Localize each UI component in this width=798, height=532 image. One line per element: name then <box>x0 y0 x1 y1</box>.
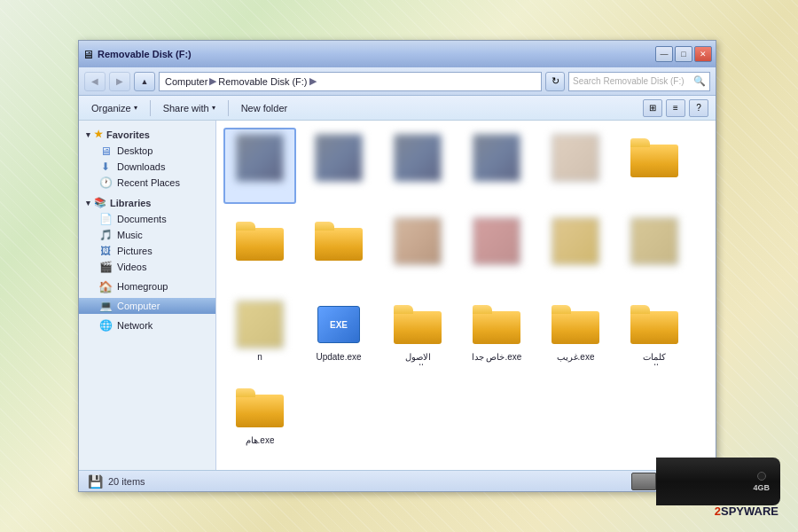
search-placeholder: Search Removable Disk (F:) <box>573 76 685 86</box>
list-item[interactable]: غريب.exe <box>539 294 612 371</box>
list-item[interactable] <box>302 128 375 204</box>
file-icon-6 <box>630 133 679 183</box>
back-button[interactable]: ◀ <box>84 72 106 91</box>
list-item[interactable] <box>618 211 691 287</box>
list-item[interactable]: خاص جدا.exe <box>460 294 533 371</box>
sidebar-item-recent-places[interactable]: 🕐 Recent Places <box>79 175 215 191</box>
file-icon-17 <box>551 300 600 349</box>
new-folder-button[interactable]: New folder <box>236 101 293 115</box>
sidebar-item-computer[interactable]: 💻 Computer <box>79 298 215 314</box>
window-icon: 🖥 <box>82 48 94 61</box>
help-button[interactable]: ? <box>689 99 708 117</box>
downloads-label: Downloads <box>117 161 165 172</box>
nav-panel: ★ Favorites 🖥 Desktop ⬇ Downloads 🕐 Rece… <box>79 121 216 470</box>
address-path[interactable]: Computer ▶ Removable Disk (F:) ▶ <box>159 72 542 91</box>
file-name-16: خاص جدا.exe <box>472 352 522 363</box>
refresh-button[interactable]: ↻ <box>545 72 565 91</box>
share-button[interactable]: Share with ▾ <box>158 101 221 115</box>
list-item[interactable] <box>381 128 454 204</box>
sidebar-item-downloads[interactable]: ⬇ Downloads <box>79 159 215 175</box>
maximize-button[interactable]: □ <box>675 46 692 62</box>
minimize-button[interactable]: — <box>655 46 673 62</box>
sidebar-item-pictures[interactable]: 🖼 Pictures <box>79 243 215 259</box>
list-item[interactable] <box>223 128 296 204</box>
star-icon: ★ <box>94 129 103 140</box>
list-item[interactable]: كلمات المرور.exe <box>618 294 691 371</box>
usb-label: 4GB <box>753 483 770 492</box>
list-item[interactable] <box>460 128 533 204</box>
file-name-17: غريب.exe <box>557 352 595 363</box>
documents-label: Documents <box>117 214 167 224</box>
list-item[interactable] <box>618 128 691 204</box>
libraries-label: Libraries <box>110 198 151 208</box>
file-icon-16 <box>472 300 521 349</box>
address-bar: ◀ ▶ ▲ Computer ▶ Removable Disk (F:) ▶ ↻… <box>79 67 716 96</box>
sidebar-item-homegroup[interactable]: 🏠 Homegroup <box>79 278 215 294</box>
search-icon[interactable]: 🔍 <box>693 75 706 87</box>
homegroup-icon: 🏠 <box>98 280 113 293</box>
favorites-header[interactable]: ★ Favorites <box>79 126 215 143</box>
file-icon-3 <box>393 133 442 183</box>
path-separator-1: ▶ <box>209 75 216 87</box>
organize-label: Organize <box>91 103 131 113</box>
libraries-header[interactable]: 📚 Libraries <box>79 194 215 211</box>
list-item[interactable]: EXE Update.exe <box>302 294 375 371</box>
sidebar-item-desktop[interactable]: 🖥 Desktop <box>79 143 215 159</box>
file-icon-7 <box>235 216 285 266</box>
list-item[interactable]: هام.exe <box>223 378 296 454</box>
music-icon: 🎵 <box>98 229 113 241</box>
file-icon-19 <box>235 383 285 433</box>
file-icon-1 <box>235 133 285 183</box>
path-segment-computer[interactable]: Computer <box>165 76 207 87</box>
share-label: Share with <box>163 103 209 113</box>
network-label: Network <box>117 320 153 331</box>
status-bar: 💾 20 items <box>79 470 716 491</box>
file-name-13: n <box>257 352 262 363</box>
list-item[interactable]: الاصول الخمسة.exe <box>381 294 454 371</box>
disk-icon: 💾 <box>88 474 103 489</box>
usb-illustration: 4GB <box>631 458 780 505</box>
library-icon: 📚 <box>94 197 106 208</box>
list-item[interactable] <box>223 211 296 287</box>
organize-button[interactable]: Organize ▾ <box>86 101 143 115</box>
search-box[interactable]: Search Removable Disk (F:) 🔍 <box>568 72 710 91</box>
sidebar-item-network[interactable]: 🌐 Network <box>79 317 215 333</box>
homegroup-label: Homegroup <box>117 281 168 292</box>
network-icon: 🌐 <box>98 319 113 332</box>
list-item[interactable] <box>381 211 454 287</box>
file-icon-18 <box>630 300 679 349</box>
sidebar-item-music[interactable]: 🎵 Music <box>79 227 215 243</box>
sidebar-item-documents[interactable]: 📄 Documents <box>79 211 215 227</box>
sidebar-item-videos[interactable]: 🎬 Videos <box>79 259 215 275</box>
usb-label-area: 4GB <box>753 472 770 492</box>
file-icon-8 <box>314 216 364 266</box>
documents-icon: 📄 <box>98 213 113 225</box>
list-item[interactable] <box>460 211 533 287</box>
up-button[interactable]: ▲ <box>134 72 155 91</box>
usb-body: 4GB <box>656 458 780 505</box>
recent-icon: 🕐 <box>98 176 113 189</box>
list-item[interactable] <box>539 211 612 287</box>
forward-button[interactable]: ▶ <box>109 72 130 91</box>
file-name-19: هام.exe <box>246 435 275 446</box>
view-list-button[interactable]: ≡ <box>666 99 685 117</box>
path-segment-disk[interactable]: Removable Disk (F:) <box>218 76 307 87</box>
close-button[interactable]: ✕ <box>694 46 712 62</box>
view-icons-button[interactable]: ⊞ <box>643 99 662 117</box>
title-bar-left: 🖥 Removable Disk (F:) <box>82 48 192 61</box>
brand-highlight: 2 <box>715 505 721 518</box>
brand-text: SPYWARE <box>721 505 778 518</box>
toolbar-right: ⊞ ≡ ? <box>643 99 708 117</box>
list-item[interactable] <box>539 128 612 204</box>
list-item[interactable]: n <box>223 294 296 371</box>
organize-chevron: ▾ <box>134 104 137 112</box>
usb-connector <box>631 473 656 490</box>
file-icon-15 <box>393 300 442 349</box>
file-icon-14: EXE <box>314 300 364 349</box>
pictures-label: Pictures <box>117 246 153 256</box>
libraries-section: 📚 Libraries 📄 Documents 🎵 Music 🖼 Pictur… <box>79 194 215 275</box>
list-item[interactable] <box>302 211 375 287</box>
file-icon-12 <box>630 216 679 266</box>
desktop-icon: 🖥 <box>98 145 113 157</box>
recent-places-label: Recent Places <box>117 177 180 188</box>
